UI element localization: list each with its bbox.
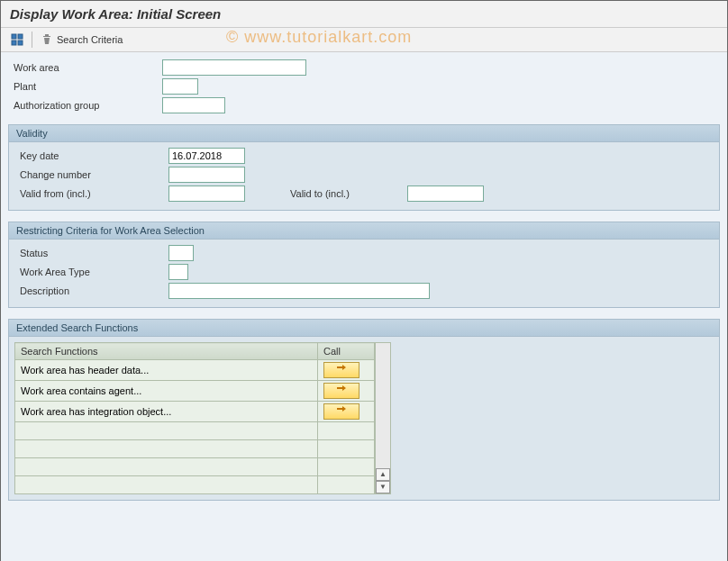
- valid-from-label: Valid from (incl.): [20, 188, 168, 199]
- table-row: Work area has header data...: [15, 360, 375, 381]
- description-input[interactable]: [168, 283, 430, 299]
- svg-rect-3: [18, 41, 23, 45]
- description-label: Description: [20, 285, 168, 296]
- arrow-right-icon: [335, 384, 348, 393]
- work-area-input[interactable]: [162, 59, 306, 76]
- restricting-header: Restricting Criteria for Work Area Selec…: [9, 222, 719, 240]
- search-criteria-label: Search Criteria: [57, 34, 123, 45]
- validity-header: Validity: [9, 125, 719, 142]
- extended-header: Extended Search Functions: [9, 320, 719, 337]
- status-input[interactable]: [168, 245, 194, 261]
- svg-rect-1: [18, 34, 23, 39]
- table-row: [15, 476, 375, 494]
- grid-icon: [11, 33, 23, 46]
- search-criteria-button[interactable]: Search Criteria: [36, 31, 127, 49]
- svg-rect-4: [45, 34, 49, 36]
- status-label: Status: [20, 248, 168, 258]
- search-functions-table: Search Functions Call Work area has head…: [14, 342, 375, 494]
- restricting-panel: Restricting Criteria for Work Area Selec…: [8, 222, 720, 308]
- change-number-input[interactable]: [168, 167, 245, 183]
- work-area-label: Work area: [14, 62, 162, 73]
- table-row: [15, 458, 375, 476]
- table-row: Work area contains agent...: [15, 381, 375, 402]
- call-button[interactable]: [323, 403, 359, 420]
- table-scrollbar: ▲ ▼: [375, 342, 391, 494]
- scroll-down-button[interactable]: ▼: [376, 481, 390, 493]
- toolbar-separator: [32, 32, 32, 48]
- table-row: Work area has integration object...: [15, 402, 375, 422]
- toolbar: Search Criteria: [1, 28, 727, 52]
- table-row: [15, 422, 375, 440]
- col-call[interactable]: Call: [318, 343, 375, 360]
- valid-to-label: Valid to (incl.): [290, 188, 407, 199]
- page-title: Display Work Area: Initial Screen: [1, 1, 727, 28]
- call-button[interactable]: [323, 362, 359, 378]
- work-area-type-label: Work Area Type: [20, 267, 168, 277]
- validity-panel: Validity Key date Change number Valid fr…: [8, 124, 720, 211]
- trash-icon: [41, 33, 53, 46]
- change-number-label: Change number: [20, 169, 168, 180]
- valid-to-input[interactable]: [407, 185, 484, 202]
- call-button[interactable]: [323, 383, 359, 399]
- search-func-label: Work area has integration object...: [15, 402, 318, 422]
- app-window: © www.tutorialkart.com Display Work Area…: [0, 0, 728, 561]
- key-date-input[interactable]: [168, 148, 245, 164]
- auth-group-input[interactable]: [162, 97, 225, 113]
- content-area: Work area Plant Authorization group Vali…: [1, 52, 727, 561]
- key-date-label: Key date: [20, 150, 168, 161]
- table-row: [15, 440, 375, 458]
- search-func-label: Work area contains agent...: [15, 381, 318, 402]
- plant-label: Plant: [14, 81, 162, 92]
- scroll-up-button[interactable]: ▲: [376, 468, 390, 481]
- extended-panel: Extended Search Functions Search Functio…: [8, 319, 720, 501]
- grid-button[interactable]: [6, 31, 28, 49]
- svg-rect-0: [12, 34, 16, 39]
- top-fields-group: Work area Plant Authorization group: [8, 59, 720, 113]
- col-search-functions[interactable]: Search Functions: [15, 343, 318, 360]
- search-func-label: Work area has header data...: [15, 360, 318, 381]
- arrow-right-icon: [335, 363, 348, 372]
- arrow-right-icon: [335, 404, 348, 413]
- work-area-type-input[interactable]: [168, 264, 188, 280]
- auth-group-label: Authorization group: [14, 100, 162, 111]
- plant-input[interactable]: [162, 78, 198, 95]
- svg-rect-2: [12, 41, 16, 45]
- valid-from-input[interactable]: [168, 185, 245, 202]
